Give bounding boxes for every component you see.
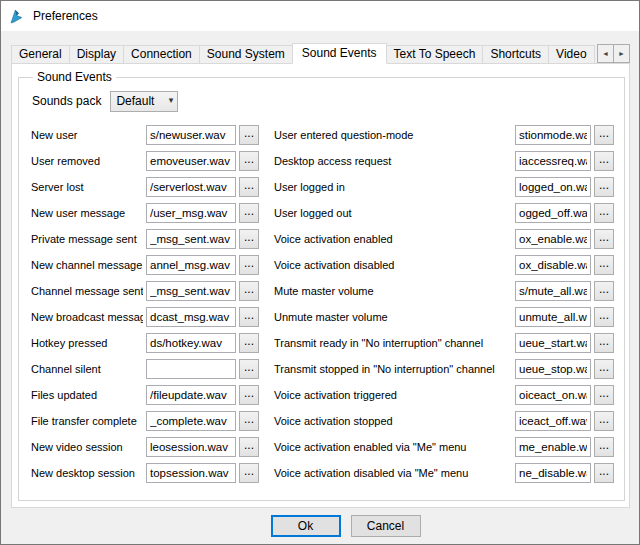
event-label: Files updated [31,389,143,401]
browse-button[interactable]: ... [239,307,259,327]
event-label: Voice activation triggered [262,389,512,401]
browse-button[interactable]: ... [239,203,259,223]
sound-file-input[interactable] [146,385,236,405]
event-label: Voice activation enabled [262,233,512,245]
sound-file-input[interactable] [515,385,591,405]
ok-button[interactable]: Ok [271,515,341,537]
browse-button[interactable]: ... [594,255,614,275]
titlebar[interactable]: Preferences [1,1,639,31]
browse-button[interactable]: ... [239,385,259,405]
sound-file-input[interactable] [515,177,591,197]
sound-file-input[interactable] [515,307,591,327]
arrow-left-icon: ◄ [602,50,609,57]
sound-file-input[interactable] [515,151,591,171]
sound-file-input[interactable] [515,125,591,145]
event-label: New desktop session [31,467,143,479]
sound-file-input[interactable] [515,411,591,431]
sound-file-input[interactable] [515,463,591,483]
sound-file-input[interactable] [146,125,236,145]
sound-file-input[interactable] [515,359,591,379]
sound-file-input[interactable] [515,229,591,249]
browse-button[interactable]: ... [239,333,259,353]
browse-button[interactable]: ... [594,411,614,431]
event-label: Private message sent [31,233,143,245]
sound-events-groupbox: Sound Events Sounds pack Default ▾ New u… [18,70,625,501]
browse-button[interactable]: ... [239,281,259,301]
tab-scroll-left-button[interactable]: ◄ [597,44,614,63]
sound-file-input[interactable] [146,255,236,275]
browse-button[interactable]: ... [239,359,259,379]
sound-file-input[interactable] [146,307,236,327]
browse-button[interactable]: ... [594,307,614,327]
browse-button[interactable]: ... [594,333,614,353]
sound-file-input[interactable] [146,203,236,223]
browse-button[interactable]: ... [239,229,259,249]
tab-display[interactable]: Display [69,45,124,64]
event-label: User logged in [262,181,512,193]
tab-scrollers: ◄ ► [598,44,630,63]
event-label: New channel message [31,259,143,271]
event-label: User entered question-mode [262,129,512,141]
event-label: Channel message sent [31,285,143,297]
sound-events-grid: New user...User entered question-mode...… [31,122,614,486]
event-label: Server lost [31,181,143,193]
sound-file-input[interactable] [515,255,591,275]
event-label: Channel silent [31,363,143,375]
sound-file-input[interactable] [146,151,236,171]
sound-file-input[interactable] [146,177,236,197]
browse-button[interactable]: ... [594,125,614,145]
browse-button[interactable]: ... [239,463,259,483]
event-label: New video session [31,441,143,453]
tab-connection[interactable]: Connection [123,45,200,64]
browse-button[interactable]: ... [594,437,614,457]
browse-button[interactable]: ... [594,359,614,379]
event-label: New broadcast message [31,311,143,323]
tab-general[interactable]: General [11,45,70,64]
dialog-content: GeneralDisplayConnectionSound SystemSoun… [1,31,639,544]
browse-button[interactable]: ... [594,151,614,171]
browse-button[interactable]: ... [594,281,614,301]
sound-file-input[interactable] [146,359,236,379]
event-label: Transmit ready in "No interruption" chan… [262,337,512,349]
tab-text-to-speech[interactable]: Text To Speech [386,45,484,64]
sound-file-input[interactable] [515,333,591,353]
preferences-dialog: Preferences GeneralDisplayConnectionSoun… [0,0,640,545]
sound-file-input[interactable] [146,333,236,353]
sound-file-input[interactable] [146,411,236,431]
browse-button[interactable]: ... [594,463,614,483]
chevron-down-icon: ▾ [169,95,174,105]
sounds-pack-select[interactable]: Default ▾ [110,91,178,112]
groupbox-title: Sound Events [33,70,116,84]
event-label: New user [31,129,143,141]
sound-file-input[interactable] [146,229,236,249]
sound-file-input[interactable] [515,281,591,301]
tabbar: GeneralDisplayConnectionSound SystemSoun… [11,43,630,64]
browse-button[interactable]: ... [594,229,614,249]
browse-button[interactable]: ... [239,437,259,457]
tab-shortcuts[interactable]: Shortcuts [482,45,549,64]
browse-button[interactable]: ... [239,177,259,197]
event-label: Voice activation enabled via "Me" menu [262,441,512,453]
browse-button[interactable]: ... [239,125,259,145]
browse-button[interactable]: ... [594,177,614,197]
tab-video[interactable]: Video [548,45,594,64]
cancel-button[interactable]: Cancel [351,515,421,537]
sound-file-input[interactable] [146,437,236,457]
sound-file-input[interactable] [146,281,236,301]
browse-button[interactable]: ... [239,411,259,431]
browse-button[interactable]: ... [594,203,614,223]
sound-file-input[interactable] [146,463,236,483]
tab-page-sound-events: Sound Events Sounds pack Default ▾ New u… [11,63,630,508]
event-label: Unmute master volume [262,311,512,323]
browse-button[interactable]: ... [239,151,259,171]
tab-sound-events[interactable]: Sound Events [292,43,387,64]
sound-file-input[interactable] [515,203,591,223]
browse-button[interactable]: ... [594,385,614,405]
tab-scroll-right-button[interactable]: ► [613,44,630,63]
tab-sound-system[interactable]: Sound System [199,45,293,64]
sound-file-input[interactable] [515,437,591,457]
event-label: Transmit stopped in "No interruption" ch… [262,363,512,375]
browse-button[interactable]: ... [239,255,259,275]
event-label: User logged out [262,207,512,219]
sounds-pack-label: Sounds pack [32,94,101,108]
